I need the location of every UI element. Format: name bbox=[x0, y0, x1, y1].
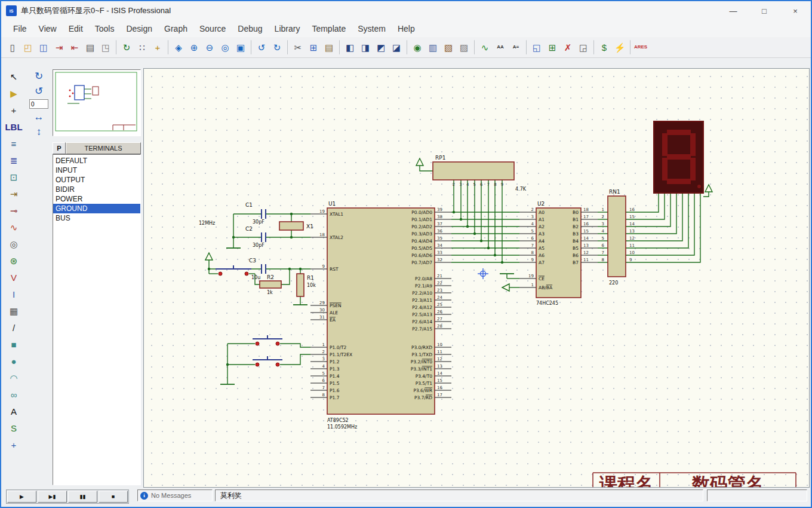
goto-sheet[interactable]: ◲ bbox=[576, 39, 591, 55]
menu-item[interactable]: Edit bbox=[63, 24, 89, 33]
terminal-option[interactable]: POWER bbox=[53, 194, 140, 204]
pick-devices-button[interactable]: P bbox=[53, 142, 66, 154]
copy[interactable]: ⊞ bbox=[306, 39, 321, 55]
terminal-option[interactable]: OUTPUT bbox=[53, 175, 140, 185]
selection-tool[interactable]: ↖ bbox=[6, 69, 21, 84]
marker-2d[interactable]: + bbox=[6, 437, 21, 452]
path-2d[interactable]: ∞ bbox=[6, 387, 21, 402]
design-explorer[interactable]: ◱ bbox=[529, 39, 545, 55]
menu-item[interactable]: Tools bbox=[89, 24, 121, 33]
zoom-out[interactable]: ⊖ bbox=[202, 39, 217, 55]
mirror-horizontal-button[interactable]: ↔ bbox=[32, 111, 46, 124]
seven-segment-display[interactable] bbox=[654, 121, 703, 193]
menu-item[interactable]: View bbox=[33, 24, 63, 33]
import-section[interactable]: ⇥ bbox=[51, 39, 67, 55]
menu-item[interactable]: Help bbox=[392, 24, 421, 33]
maximize-button[interactable]: □ bbox=[749, 1, 780, 20]
play-button[interactable]: ▶ bbox=[7, 491, 36, 503]
text-2d[interactable]: A bbox=[6, 404, 21, 418]
capacitor-c3[interactable] bbox=[262, 264, 266, 274]
menu-item[interactable]: Design bbox=[120, 24, 158, 33]
arc-2d[interactable]: ◠ bbox=[6, 371, 21, 385]
terminal-option[interactable]: BUS bbox=[53, 213, 140, 223]
menu-item[interactable]: Template bbox=[306, 24, 352, 33]
terminals-mode[interactable]: ⇥ bbox=[6, 186, 21, 201]
mark-output-area[interactable]: ◳ bbox=[98, 39, 113, 55]
block-copy[interactable]: ◧ bbox=[342, 39, 358, 55]
zoom-area[interactable]: ▣ bbox=[233, 39, 248, 55]
close-button[interactable]: × bbox=[780, 1, 811, 20]
block-delete[interactable]: ◪ bbox=[389, 39, 404, 55]
terminal-option[interactable]: BIDIR bbox=[53, 185, 140, 194]
rotate-clockwise-button[interactable]: ↻ bbox=[32, 69, 46, 82]
capacitor-c2[interactable] bbox=[262, 232, 266, 242]
menu-item[interactable]: File bbox=[7, 24, 33, 33]
pick-parts[interactable]: ◉ bbox=[410, 39, 425, 55]
mirror-vertical-button[interactable]: ↕ bbox=[32, 126, 46, 139]
pause-button[interactable]: ▮▮ bbox=[68, 491, 97, 503]
symbol-2d[interactable]: S bbox=[6, 421, 21, 435]
tape-recorder-mode[interactable]: ◎ bbox=[6, 237, 21, 251]
bill-of-materials[interactable]: $ bbox=[596, 39, 612, 55]
paste[interactable]: ▤ bbox=[321, 39, 337, 55]
line-2d[interactable]: / bbox=[6, 320, 21, 335]
rp1-body[interactable] bbox=[433, 162, 514, 180]
menu-item[interactable]: Library bbox=[269, 24, 306, 33]
decompose[interactable]: ▨ bbox=[456, 39, 472, 55]
new-sheet[interactable]: ⊞ bbox=[545, 39, 560, 55]
component-mode[interactable]: ▶ bbox=[6, 86, 21, 100]
zoom-in[interactable]: ⊕ bbox=[186, 39, 202, 55]
block-rotate[interactable]: ◩ bbox=[373, 39, 389, 55]
title-bar[interactable]: IS 单只数码管循环显示0~F - ISIS Professional — □ … bbox=[1, 1, 811, 20]
electrical-rule-check[interactable]: ⚡ bbox=[612, 39, 628, 55]
subcircuit-mode[interactable]: ⊡ bbox=[6, 170, 21, 184]
wires[interactable] bbox=[209, 166, 709, 384]
r1-body[interactable] bbox=[297, 274, 304, 296]
text-script-mode[interactable]: ≡ bbox=[6, 136, 21, 151]
buses-mode[interactable]: ≣ bbox=[6, 153, 21, 167]
circle-2d[interactable]: ● bbox=[6, 354, 21, 368]
terminal-option[interactable]: GROUND bbox=[53, 204, 140, 213]
overview-pane[interactable] bbox=[53, 69, 141, 136]
packaging-tool[interactable]: ▧ bbox=[441, 39, 456, 55]
rotate-anticlockwise-button[interactable]: ↺ bbox=[32, 84, 46, 97]
graph-mode[interactable]: ∿ bbox=[6, 220, 21, 234]
terminal-option[interactable]: DEFAULT bbox=[53, 156, 140, 166]
wire-autorouter[interactable]: ∿ bbox=[477, 39, 493, 55]
junction-dot-mode[interactable]: + bbox=[6, 103, 21, 117]
remove-sheet[interactable]: ✗ bbox=[560, 39, 576, 55]
r2-body[interactable] bbox=[260, 281, 281, 288]
menu-item[interactable]: Source bbox=[193, 24, 232, 33]
wire-label-mode[interactable]: LBL bbox=[6, 120, 21, 134]
menu-item[interactable]: Debug bbox=[232, 24, 268, 33]
property-assignment[interactable]: A= bbox=[508, 39, 524, 55]
toggle-grid[interactable]: ∷ bbox=[134, 39, 150, 55]
minimize-button[interactable]: — bbox=[718, 1, 749, 20]
netlist-to-ares[interactable]: ARES bbox=[633, 39, 648, 55]
make-device[interactable]: ▥ bbox=[425, 39, 441, 55]
redraw[interactable]: ↻ bbox=[119, 39, 134, 55]
virtual-instruments-mode[interactable]: ▦ bbox=[6, 304, 21, 318]
cut[interactable]: ✂ bbox=[290, 39, 306, 55]
key-switch-1[interactable] bbox=[253, 335, 282, 345]
voltage-probe-mode[interactable]: V bbox=[6, 270, 21, 284]
key-switch-2[interactable] bbox=[253, 356, 282, 366]
pan[interactable]: ◈ bbox=[171, 39, 186, 55]
generator-mode[interactable]: ⊛ bbox=[6, 253, 21, 268]
redo[interactable]: ↻ bbox=[269, 39, 285, 55]
reset-button-switch[interactable] bbox=[216, 265, 251, 276]
menu-item[interactable]: Graph bbox=[158, 24, 193, 33]
open-design[interactable]: ◰ bbox=[20, 39, 36, 55]
menu-item[interactable]: System bbox=[352, 24, 392, 33]
print-design[interactable]: ▤ bbox=[82, 39, 98, 55]
current-probe-mode[interactable]: I bbox=[6, 287, 21, 301]
undo[interactable]: ↺ bbox=[254, 39, 269, 55]
stop-button[interactable]: ■ bbox=[99, 491, 128, 503]
terminal-option[interactable]: INPUT bbox=[53, 166, 140, 175]
rn1-body[interactable] bbox=[608, 196, 626, 277]
step-button[interactable]: ▶▮ bbox=[38, 491, 67, 503]
export-section[interactable]: ⇤ bbox=[67, 39, 82, 55]
save-design[interactable]: ◫ bbox=[36, 39, 51, 55]
device-pins-mode[interactable]: ⊸ bbox=[6, 203, 21, 218]
zoom-all[interactable]: ◎ bbox=[217, 39, 233, 55]
